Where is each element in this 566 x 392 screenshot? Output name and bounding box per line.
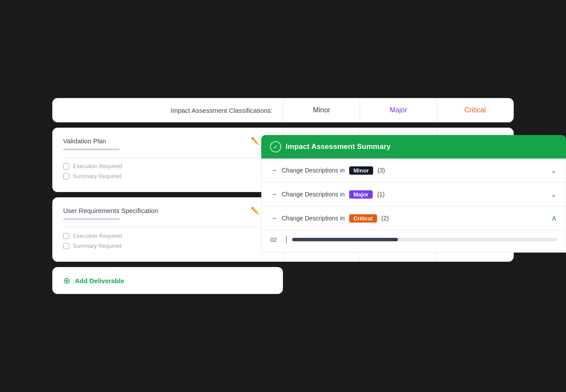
header-minor-col: Minor — [283, 98, 360, 122]
major-badge: Major — [349, 190, 373, 199]
classifications-label: Impact Assessment Classifications: — [171, 107, 273, 114]
arrow-right-icon-major: → — [270, 190, 277, 198]
progress-row: 02 — [270, 236, 557, 243]
execution-required-row-2[interactable]: Execution Required — [63, 233, 273, 239]
execution-required-label: Execution Required — [73, 163, 122, 169]
add-deliverable-label: Add Deliverable — [75, 277, 124, 284]
critical-label: Critical — [465, 106, 486, 114]
accordion-major-count: (1) — [377, 191, 384, 198]
overlay-check-icon: ✓ — [270, 141, 281, 152]
overlay-header: ✓ Impact Assessment Summary — [261, 135, 566, 159]
classifications-header: Impact Assessment Classifications: Minor… — [52, 98, 514, 122]
add-circle-icon: ⊕ — [63, 275, 71, 286]
user-requirements-left: User Requirements Specification ✏️ 🗑️ Ex… — [53, 198, 283, 261]
accordion-major-left: → Change Descriptions in Major (1) — [270, 190, 385, 199]
summary-required-checkbox-2[interactable] — [63, 243, 69, 249]
summary-required-label-2: Summary Required — [73, 243, 121, 249]
chevron-up-critical[interactable]: ∧ — [551, 213, 557, 223]
execution-required-label-2: Execution Required — [73, 233, 122, 239]
add-deliverable-row[interactable]: ⊕ Add Deliverable — [52, 267, 283, 294]
chevron-down-minor[interactable]: ⌄ — [550, 166, 557, 175]
summary-required-label: Summary Required — [73, 173, 121, 179]
accordion-critical-content: 02 — [261, 230, 566, 253]
user-requirements-progress — [63, 218, 120, 220]
card-divider — [63, 157, 273, 158]
execution-required-checkbox[interactable] — [63, 163, 69, 169]
edit-icon-2[interactable]: ✏️ — [251, 206, 259, 215]
validation-plan-title: Validation Plan — [63, 137, 106, 145]
overlay-title: Impact Assessment Summary — [286, 142, 391, 151]
accordion-major-prefix: Change Descriptions in — [282, 191, 345, 198]
arrow-right-icon-critical: → — [270, 214, 277, 222]
progress-divider — [286, 236, 287, 243]
accordion-critical-prefix: Change Descriptions in — [282, 215, 345, 222]
summary-required-checkbox[interactable] — [63, 173, 69, 179]
critical-badge: Critical — [349, 214, 377, 223]
arrow-right-icon-minor: → — [270, 166, 277, 174]
header-critical-col: Critical — [437, 98, 513, 122]
chevron-down-major[interactable]: ⌄ — [550, 189, 557, 199]
progress-number: 02 — [270, 237, 281, 243]
accordion-minor-count: (3) — [377, 167, 385, 174]
minor-badge: Minor — [349, 166, 373, 175]
progress-empty — [400, 238, 557, 241]
accordion-minor[interactable]: → Change Descriptions in Minor (3) ⌄ — [261, 159, 566, 182]
accordion-critical-left: → Change Descriptions in Critical (2) — [270, 214, 389, 223]
edit-icon[interactable]: ✏️ — [251, 137, 259, 145]
user-requirements-title: User Requirements Specification — [63, 207, 158, 214]
card-divider-2 — [63, 227, 273, 227]
major-label: Major — [390, 106, 407, 114]
summary-required-row-2[interactable]: Summary Required — [63, 243, 273, 249]
accordion-critical[interactable]: → Change Descriptions in Critical (2) ∧ — [261, 206, 566, 230]
execution-required-row[interactable]: Execution Required — [63, 163, 273, 169]
accordion-major[interactable]: → Change Descriptions in Major (1) ⌄ — [261, 182, 566, 206]
validation-plan-progress — [63, 149, 120, 150]
validation-plan-left: Validation Plan ✏️ 🗑️ Execution Required… — [53, 128, 283, 192]
minor-label: Minor — [313, 106, 330, 114]
header-label-col: Impact Assessment Classifications: — [53, 98, 283, 122]
execution-required-checkbox-2[interactable] — [63, 233, 69, 239]
progress-track — [292, 238, 557, 241]
accordion-minor-left: → Change Descriptions in Minor (3) — [270, 166, 385, 175]
accordion-minor-prefix: Change Descriptions in — [282, 167, 345, 174]
header-major-col: Major — [360, 98, 437, 122]
impact-assessment-overlay: ✓ Impact Assessment Summary → Change Des… — [261, 135, 566, 253]
progress-filled — [292, 238, 398, 241]
summary-required-row[interactable]: Summary Required — [63, 173, 273, 179]
accordion-critical-count: (2) — [381, 215, 389, 222]
